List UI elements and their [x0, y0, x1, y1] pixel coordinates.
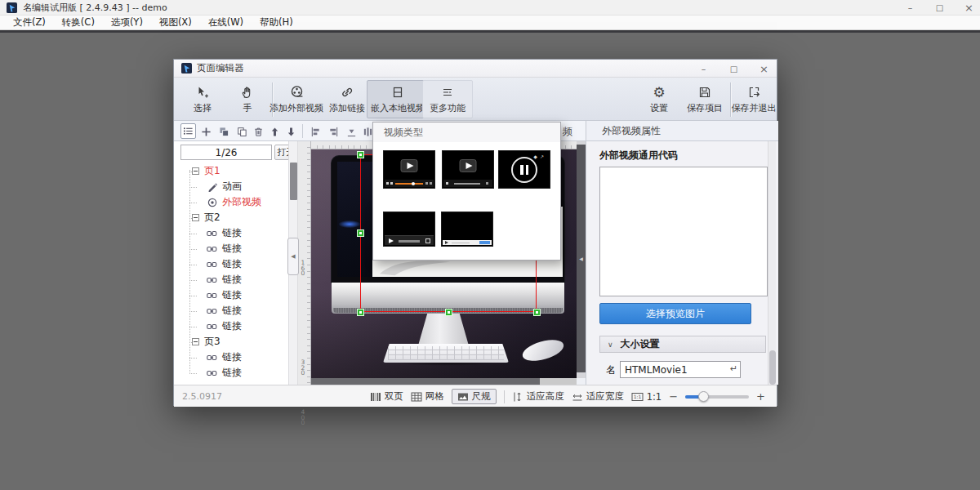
link-icon [341, 85, 354, 100]
duplicate-icon[interactable] [235, 125, 248, 138]
tree-item-page[interactable]: 页3 [174, 334, 298, 350]
dialog-minimize-icon[interactable] [697, 63, 710, 75]
workspace-top-edge [0, 30, 980, 33]
maximize-icon[interactable] [933, 2, 946, 14]
tree-item-label: 链接 [222, 273, 242, 287]
zoom-slider[interactable] [685, 391, 749, 402]
toggle-ruler[interactable]: 尺规 [452, 389, 497, 404]
zoom-out-button[interactable]: − [669, 391, 678, 402]
properties-scrollbar-thumb[interactable] [769, 350, 776, 385]
properties-scrollbar[interactable] [768, 141, 776, 385]
keyboard [383, 344, 509, 363]
tree-item-link[interactable]: 链接 [174, 241, 298, 256]
tree-item-link[interactable]: 链接 [174, 350, 298, 365]
dialog-titlebar[interactable]: 页面编辑器 [174, 60, 777, 78]
zoom-ratio-label: 1:1 [647, 391, 662, 403]
hand-tool-button[interactable]: 手 [226, 80, 269, 118]
menu-item-5[interactable]: 帮助(H) [252, 16, 301, 29]
tree-item-link[interactable]: 链接 [174, 272, 298, 287]
save-exit-icon [747, 85, 760, 100]
play-icon [401, 159, 418, 172]
fit-height-button[interactable]: 适应高度 [512, 390, 564, 403]
tree-scrollbar-thumb[interactable] [290, 163, 297, 200]
pause-icon [511, 157, 537, 183]
save-icon [698, 85, 711, 100]
tree-expand-toggle[interactable] [192, 167, 199, 175]
canvas-horizontal-scrollbar[interactable] [311, 378, 577, 385]
add-external-video-button[interactable]: 添加外部视频 [267, 80, 326, 118]
tree-item-animation[interactable]: 动画 [174, 179, 298, 194]
collapse-left-panel-handle[interactable]: ◀ [287, 238, 299, 275]
video-code-textarea[interactable] [599, 167, 768, 296]
video-style-classic-gray[interactable] [442, 150, 494, 189]
minimize-icon[interactable] [904, 2, 916, 14]
menu-item-4[interactable]: 在线(W) [200, 16, 252, 29]
zoom-slider-thumb[interactable] [698, 391, 709, 402]
main-titlebar: 名编辑试用版 [ 2.4.9.43 ] -- demo [0, 0, 980, 16]
fit-width-button[interactable]: 适应宽度 [572, 390, 624, 403]
name-field-input[interactable] [620, 361, 741, 378]
canvas-hscroll-thumb[interactable] [311, 378, 540, 385]
tree-item-page[interactable]: 页1 [174, 163, 298, 179]
select-tool-button[interactable]: 选择 [180, 80, 225, 118]
add-link-button[interactable]: 添加链接 [323, 80, 372, 118]
tree-item-external-video[interactable]: 外部视频 [174, 194, 298, 210]
tree-item-link[interactable]: 链接 [174, 365, 298, 381]
choose-preview-image-button[interactable]: 选择预览图片 [599, 303, 751, 324]
zoom-in-button[interactable]: + [756, 391, 765, 402]
canvas-vscroll-thumb[interactable]: ◀ [577, 145, 586, 372]
dialog-close-icon[interactable] [758, 63, 770, 75]
selection-handle-bottom-left[interactable] [357, 309, 364, 316]
align-right-icon[interactable] [327, 125, 340, 138]
size-settings-section[interactable]: ∨ 大小设置 [599, 336, 766, 353]
selection-handle-mid-left[interactable] [357, 229, 364, 237]
menu-item-0[interactable]: 文件(Z) [5, 16, 54, 29]
tree-item-link[interactable]: 链接 [174, 287, 298, 303]
embed-local-video-button[interactable]: 嵌入本地视频 [367, 80, 429, 118]
canvas-vertical-scrollbar[interactable]: ◀ [577, 141, 586, 378]
menu-item-1[interactable]: 转换(C) [54, 16, 103, 29]
more-functions-button[interactable]: 更多功能 [422, 80, 473, 118]
selection-handle-top-left[interactable] [357, 151, 364, 158]
video-style-pause-circle[interactable]: ◆↗ [498, 150, 550, 189]
menu-item-3[interactable]: 视图(X) [151, 16, 200, 29]
tree-item-link[interactable]: 链接 [174, 318, 298, 334]
video-style-light-bar[interactable] [441, 212, 493, 247]
properties-panel-header: 外部视频属性 [586, 121, 778, 141]
toggle-grid[interactable]: 网格 [411, 390, 444, 403]
delete-icon[interactable] [252, 125, 265, 138]
expand-icon: ◆↗ [533, 154, 546, 159]
tree-item-label: 链接 [222, 304, 242, 318]
page-number-input[interactable] [180, 145, 272, 160]
tree-item-link[interactable]: 链接 [174, 225, 298, 241]
toggle-double-page[interactable]: 双页 [370, 390, 403, 403]
save-project-button[interactable]: 保存项目 [681, 80, 728, 118]
move-down-icon[interactable] [284, 125, 297, 138]
menu-item-2[interactable]: 选项(Y) [103, 16, 151, 29]
video-style-classic-orange[interactable] [383, 150, 435, 189]
dialog-maximize-icon[interactable] [728, 63, 740, 75]
tree-item-link[interactable]: 链接 [174, 256, 298, 272]
partial-tab-label: 频 [563, 125, 572, 139]
tree-expand-toggle[interactable] [192, 338, 199, 345]
more-functions-label: 更多功能 [430, 102, 466, 114]
tree-item-page[interactable]: 页2 [174, 210, 298, 225]
save-and-exit-button[interactable]: 保存并退出 [731, 80, 777, 118]
page-list-icon[interactable] [180, 123, 196, 139]
add-page-icon[interactable] [199, 125, 212, 138]
tree-item-link[interactable]: 链接 [174, 303, 298, 318]
move-up-icon[interactable] [268, 125, 281, 138]
actual-size-button[interactable]: 1:1 1:1 [631, 391, 662, 403]
local-video-icon [391, 85, 404, 100]
tree-item-icon [207, 197, 217, 207]
selection-handle-bottom-right[interactable] [533, 309, 541, 316]
selection-handle-bottom-mid[interactable] [445, 309, 452, 316]
settings-button[interactable]: ⚙ 设置 [639, 80, 679, 118]
close-icon[interactable] [963, 2, 975, 14]
layers-icon[interactable] [217, 125, 230, 138]
tree-expand-toggle[interactable] [192, 214, 199, 221]
ruler-label: 3 2 0 [300, 360, 306, 376]
align-left-icon[interactable] [309, 125, 322, 138]
video-style-dark-bar[interactable] [383, 212, 435, 247]
align-bottom-icon[interactable] [345, 125, 358, 138]
